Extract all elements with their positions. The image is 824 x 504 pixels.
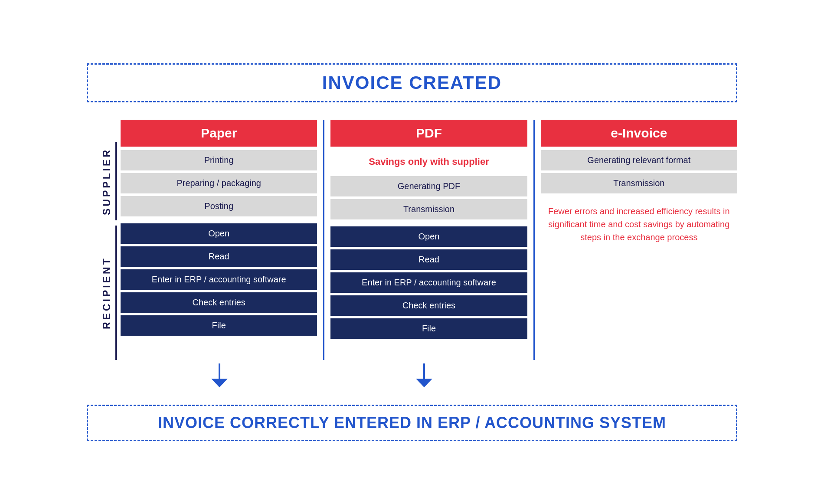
recipient-label: Recipient [101, 226, 117, 360]
side-labels-col: Supplier Recipient [87, 120, 117, 360]
pdf-recipient-row-1: Read [330, 249, 527, 270]
paper-header: Paper [121, 120, 317, 147]
pdf-recipient-row-0: Open [330, 226, 527, 247]
supplier-label: Supplier [101, 142, 117, 220]
column-einvoice: e-Invoice Generating relevant format Tra… [541, 120, 737, 360]
paper-recipient-row-3: Check entries [121, 292, 317, 313]
paper-recipient-row-1: Read [121, 246, 317, 267]
paper-supplier-row-0: Printing [121, 150, 317, 170]
pdf-savings-note: Savings only with supplier [330, 150, 527, 173]
column-paper: Paper Printing Preparing / packaging Pos… [121, 120, 317, 360]
svg-marker-3 [416, 379, 432, 387]
einvoice-efficiency-note: Fewer errors and increased efficiency re… [541, 200, 737, 248]
supplier-label-wrap: Supplier [87, 120, 117, 220]
pdf-header: PDF [330, 120, 527, 147]
einvoice-header: e-Invoice [541, 120, 737, 147]
einvoice-supplier-row-0: Generating relevant format [541, 150, 737, 170]
paper-recipient-row-2: Enter in ERP / accounting software [121, 269, 317, 290]
column-pdf: PDF Savings only with supplier Generatin… [330, 120, 527, 360]
paper-supplier-row-1: Preparing / packaging [121, 173, 317, 193]
svg-marker-1 [211, 379, 228, 387]
pdf-supplier-row-1: Transmission [330, 199, 527, 219]
main-container: INVOICE CREATED Supplier Recipient Pa [43, 63, 781, 441]
paper-supplier-row-2: Posting [121, 196, 317, 216]
paper-recipient-row-0: Open [121, 223, 317, 244]
pdf-recipient-row-3: Check entries [330, 295, 527, 316]
pdf-recipient-row-2: Enter in ERP / accounting software [330, 272, 527, 293]
invoice-created-title: INVOICE CREATED [322, 72, 502, 93]
arrow-down-paper [211, 363, 228, 387]
pdf-recipient-row-4: File [330, 318, 527, 339]
columns-container: Paper Printing Preparing / packaging Pos… [121, 120, 737, 360]
divider-1 [323, 120, 324, 360]
top-box: INVOICE CREATED [87, 63, 737, 102]
bottom-box: INVOICE CORRECTLY ENTERED IN ERP / ACCOU… [87, 405, 737, 441]
paper-recipient-row-4: File [121, 315, 317, 336]
arrows-row [87, 363, 737, 387]
einvoice-supplier-row-1: Transmission [541, 173, 737, 193]
invoice-entered-title: INVOICE CORRECTLY ENTERED IN ERP / ACCOU… [158, 414, 666, 432]
divider-2 [533, 120, 535, 360]
arrow-down-pdf [416, 363, 432, 387]
pdf-supplier-row-0: Generating PDF [330, 176, 527, 196]
recipient-label-wrap: Recipient [87, 226, 117, 360]
